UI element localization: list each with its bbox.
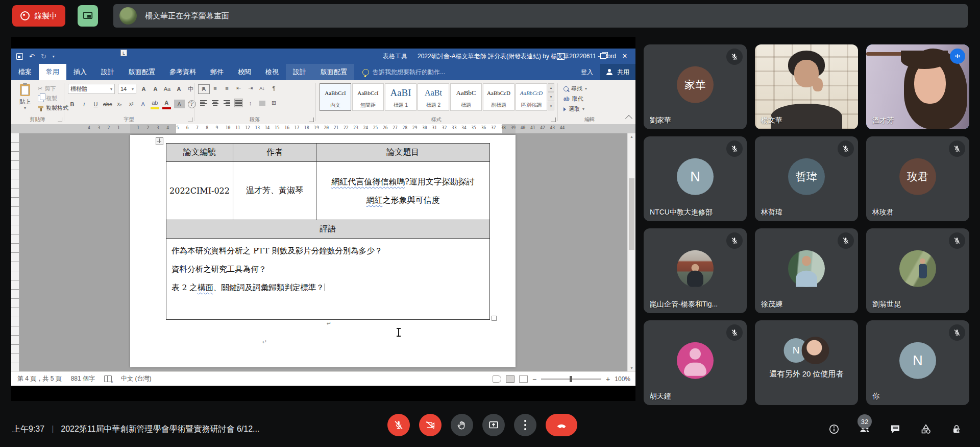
- style-card-heading1[interactable]: AaBI 標題 1: [385, 83, 416, 111]
- numbering-icon[interactable]: ≡: [211, 84, 219, 92]
- tab-file[interactable]: 檔案: [11, 64, 39, 80]
- read-mode-button[interactable]: [493, 375, 501, 383]
- activities-button[interactable]: [920, 423, 932, 435]
- justify-button[interactable]: [234, 99, 243, 107]
- styles-scroll-up[interactable]: ▴: [548, 83, 554, 92]
- bullets-icon[interactable]: ≡: [199, 84, 208, 92]
- zoom-slider[interactable]: [541, 379, 601, 380]
- tab-insert[interactable]: 插入: [66, 64, 94, 80]
- style-card-title[interactable]: AaBbC 標題: [450, 83, 482, 111]
- overflow-tile[interactable]: N 還有另外 20 位使用者: [755, 320, 858, 405]
- highlight-button[interactable]: ab: [151, 99, 159, 109]
- save-icon[interactable]: [16, 53, 23, 60]
- replace-button[interactable]: ab 取代: [564, 95, 583, 103]
- document-area[interactable]: 論文編號 作者 論文題目 2022CIMI-022 温才芳、黃淑琴 網紅代言值得…: [11, 133, 635, 371]
- underline-button[interactable]: U: [91, 100, 100, 108]
- chat-panel-button[interactable]: [889, 423, 901, 435]
- style-card-subtle-emphasis[interactable]: AaBbCcD 區別強調: [516, 83, 547, 111]
- grow-font-button[interactable]: A: [139, 85, 148, 93]
- tab-view[interactable]: 檢視: [258, 64, 286, 80]
- present-screen-button[interactable]: [482, 414, 505, 436]
- sign-in-button[interactable]: 登入: [574, 68, 600, 77]
- share-button[interactable]: 共用: [600, 64, 635, 80]
- qat-customize-icon[interactable]: ▾: [53, 54, 55, 59]
- style-card-subtitle[interactable]: AaBbCcD 副標題: [483, 83, 514, 111]
- copy-button[interactable]: 複製: [38, 95, 57, 102]
- style-card-heading2[interactable]: AaBt 標題 2: [418, 83, 449, 111]
- borders-icon[interactable]: ⊞: [270, 99, 278, 107]
- scroll-down-icon[interactable]: ▾: [628, 366, 635, 370]
- style-card-normal[interactable]: AaBbCcI 內文: [320, 83, 351, 111]
- bold-button[interactable]: B: [68, 100, 77, 108]
- decrease-indent-icon[interactable]: ⇤: [234, 84, 243, 92]
- line-spacing-icon[interactable]: ↕: [246, 99, 255, 107]
- subscript-button[interactable]: x₂: [115, 100, 124, 108]
- tab-stop-selector[interactable]: L: [120, 50, 127, 56]
- collapse-ribbon-icon[interactable]: [625, 115, 632, 122]
- more-options-button[interactable]: [514, 414, 536, 436]
- zoom-in-button[interactable]: +: [606, 375, 610, 383]
- paragraph-dialog-launcher[interactable]: [309, 117, 314, 122]
- participants-panel-button[interactable]: 32: [859, 423, 871, 435]
- font-dialog-launcher[interactable]: [188, 117, 192, 122]
- participant-tile[interactable]: 哲瑋 林哲瑋: [755, 136, 858, 221]
- participant-tile[interactable]: 楊文華: [755, 44, 858, 129]
- ribbon-display-options-button[interactable]: [550, 49, 571, 64]
- table-resize-handle[interactable]: [492, 316, 497, 321]
- mic-toggle-button[interactable]: [387, 414, 410, 436]
- minimize-button[interactable]: —: [571, 49, 593, 64]
- align-center-button[interactable]: [211, 99, 219, 107]
- styles-gallery-more[interactable]: ▾: [548, 102, 554, 110]
- page-indicator[interactable]: 第 4 頁，共 5 頁: [17, 374, 62, 383]
- paste-button[interactable]: 貼上 ▾: [15, 84, 35, 115]
- restore-button[interactable]: [593, 49, 614, 64]
- zoom-level[interactable]: 100%: [615, 375, 630, 383]
- align-right-button[interactable]: [223, 99, 231, 107]
- paragraph-mark-icon[interactable]: ¶: [270, 84, 278, 92]
- zoom-out-button[interactable]: −: [532, 375, 536, 383]
- shading-button[interactable]: [258, 99, 266, 107]
- clipboard-dialog-launcher[interactable]: [58, 117, 62, 122]
- vertical-ruler[interactable]: [11, 133, 19, 371]
- change-case-button[interactable]: Aa: [163, 85, 172, 93]
- participant-tile[interactable]: 家華 劉家華: [644, 44, 747, 129]
- recording-indicator[interactable]: 錄製中: [12, 5, 65, 27]
- clear-formatting-button[interactable]: A: [175, 85, 183, 93]
- increase-indent-icon[interactable]: ⇥: [246, 84, 255, 92]
- tab-review[interactable]: 校閱: [231, 64, 258, 80]
- strikethrough-button[interactable]: abc: [103, 100, 112, 108]
- evaluation-table[interactable]: 論文編號 作者 論文題目 2022CIMI-022 温才芳、黃淑琴 網紅代言值得…: [166, 143, 490, 320]
- language-indicator[interactable]: 中文 (台灣): [121, 374, 151, 383]
- character-shading-button[interactable]: A: [174, 100, 185, 108]
- participant-tile-active-speaker[interactable]: 溫才芳: [866, 44, 969, 129]
- print-layout-button[interactable]: [506, 375, 514, 383]
- styles-dialog-launcher[interactable]: [551, 117, 556, 122]
- scrollbar-thumb[interactable]: [629, 178, 634, 250]
- participant-tile[interactable]: 胡天鐘: [644, 320, 747, 405]
- italic-button[interactable]: I: [80, 100, 88, 108]
- superscript-button[interactable]: x²: [127, 100, 136, 108]
- shrink-font-button[interactable]: A: [151, 85, 160, 93]
- multilevel-list-icon[interactable]: ≡: [223, 84, 231, 92]
- leave-call-button[interactable]: [546, 414, 577, 436]
- undo-icon[interactable]: ↶: [29, 53, 35, 60]
- participant-tile[interactable]: 玫君 林玫君: [866, 136, 969, 221]
- participant-tile[interactable]: 崑山企管-楊泰和Tig...: [644, 228, 747, 313]
- font-color-button[interactable]: A: [162, 99, 171, 109]
- raise-hand-button[interactable]: [451, 414, 473, 436]
- zoom-slider-thumb[interactable]: [570, 376, 572, 382]
- screen-share-button[interactable]: [78, 5, 98, 27]
- participant-tile[interactable]: 劉翁世昆: [866, 228, 969, 313]
- participant-tile[interactable]: 徐茂練: [755, 228, 858, 313]
- meeting-details-button[interactable]: [828, 423, 840, 435]
- self-tile[interactable]: N 你: [866, 320, 969, 405]
- close-button[interactable]: ×: [614, 49, 635, 64]
- select-button[interactable]: 選取 ▾: [564, 105, 584, 113]
- scroll-up-icon[interactable]: ▴: [628, 134, 635, 139]
- styles-scroll-down[interactable]: ▾: [548, 92, 554, 101]
- tab-references[interactable]: 參考資料: [162, 64, 203, 80]
- redo-icon[interactable]: ↻: [41, 53, 46, 60]
- sort-icon[interactable]: A↓: [258, 84, 266, 92]
- web-layout-button[interactable]: [519, 375, 528, 383]
- find-button[interactable]: 尋找 ▾: [564, 85, 587, 92]
